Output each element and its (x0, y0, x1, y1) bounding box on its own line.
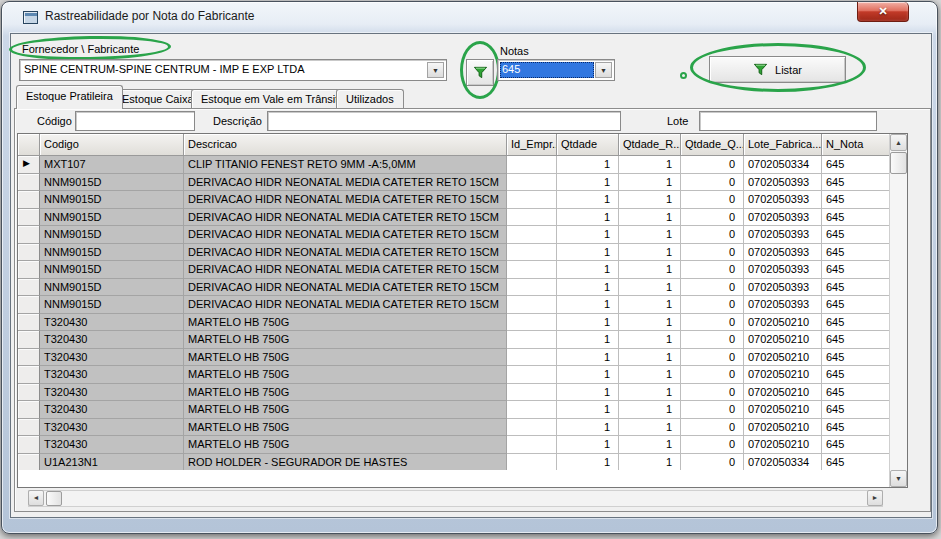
grid-cell[interactable]: T320430 (40, 349, 184, 367)
grid-cell[interactable]: 0702050210 (744, 331, 822, 349)
listar-button[interactable]: Listar (709, 56, 846, 83)
table-row[interactable]: T320430MARTELO HB 750G1100702050210645 (18, 331, 907, 349)
grid-cell[interactable]: 1 (619, 419, 681, 437)
table-row[interactable]: T320430MARTELO HB 750G1100702050210645 (18, 419, 907, 437)
grid-cell[interactable]: 1 (557, 244, 619, 262)
grid-cell[interactable]: 645 (822, 209, 891, 227)
grid-cell[interactable]: 645 (822, 366, 891, 384)
grid-cell[interactable]: DERIVACAO HIDR NEONATAL MEDIA CATETER RE… (184, 279, 507, 297)
grid-cell[interactable]: 0 (681, 401, 744, 419)
grid-header-3[interactable]: Qtdade (557, 134, 619, 156)
grid-cell[interactable] (507, 436, 557, 454)
horizontal-scrollbar-thumb[interactable] (46, 491, 62, 506)
tab-estoque-caixa[interactable]: Estoque Caixa (112, 89, 204, 108)
grid-cell[interactable]: 0702050393 (744, 174, 822, 192)
grid-cell[interactable]: MARTELO HB 750G (184, 401, 507, 419)
grid-cell[interactable]: 1 (557, 454, 619, 472)
grid-cell[interactable]: 0702050210 (744, 314, 822, 332)
grid-cell[interactable]: DERIVACAO HIDR NEONATAL MEDIA CATETER RE… (184, 174, 507, 192)
grid-cell[interactable]: 0 (681, 209, 744, 227)
title-bar[interactable]: Rastreabilidade por Nota do Fabricante ✕ (2, 2, 937, 33)
vertical-scrollbar[interactable]: ▲ ▼ (889, 134, 907, 487)
grid-cell[interactable]: 0 (681, 366, 744, 384)
grid-cell[interactable]: 1 (619, 454, 681, 472)
grid-cell[interactable]: 1 (557, 419, 619, 437)
grid-cell[interactable]: 0 (681, 331, 744, 349)
grid-cell[interactable]: 1 (619, 384, 681, 402)
grid-cell[interactable]: 1 (619, 209, 681, 227)
filter-notas-button[interactable] (466, 59, 494, 86)
horizontal-scrollbar[interactable]: ◄ ► (28, 490, 883, 507)
grid-cell[interactable]: 0 (681, 226, 744, 244)
grid-cell[interactable]: 1 (619, 314, 681, 332)
table-row[interactable]: NNM9015DDERIVACAO HIDR NEONATAL MEDIA CA… (18, 174, 907, 192)
table-row[interactable]: NNM9015DDERIVACAO HIDR NEONATAL MEDIA CA… (18, 209, 907, 227)
grid-cell[interactable] (507, 191, 557, 209)
grid-cell[interactable]: 1 (619, 244, 681, 262)
grid-header-4[interactable]: Qtdade_R... (619, 134, 681, 156)
grid-cell[interactable]: 1 (557, 331, 619, 349)
grid-cell[interactable]: NNM9015D (40, 209, 184, 227)
grid-cell[interactable]: 0702050393 (744, 191, 822, 209)
close-button[interactable]: ✕ (857, 2, 909, 22)
grid-cell[interactable]: NNM9015D (40, 244, 184, 262)
grid-cell[interactable]: MARTELO HB 750G (184, 384, 507, 402)
grid-cell[interactable]: 0702050393 (744, 209, 822, 227)
grid-cell[interactable]: 0702050393 (744, 244, 822, 262)
table-row[interactable]: T320430MARTELO HB 750G1100702050210645 (18, 384, 907, 402)
grid-cell[interactable]: 0 (681, 261, 744, 279)
grid-cell[interactable]: 1 (557, 191, 619, 209)
table-row[interactable]: T320430MARTELO HB 750G1100702050210645 (18, 349, 907, 367)
grid-cell[interactable]: 1 (619, 366, 681, 384)
notas-combobox[interactable]: 645 ▼ (497, 59, 615, 81)
grid-cell[interactable]: 1 (619, 436, 681, 454)
grid-cell[interactable]: 0702050210 (744, 436, 822, 454)
grid-cell[interactable] (507, 156, 557, 174)
grid-header-1[interactable]: Descricao (184, 134, 507, 156)
grid-cell[interactable]: 0 (681, 279, 744, 297)
grid-cell[interactable]: 0 (681, 314, 744, 332)
grid-cell[interactable]: 1 (557, 314, 619, 332)
grid-cell[interactable]: 645 (822, 191, 891, 209)
grid-cell[interactable]: 0702050210 (744, 401, 822, 419)
grid-header-5[interactable]: Qtdade_Q... (681, 134, 744, 156)
grid-cell[interactable]: 0 (681, 454, 744, 472)
grid-cell[interactable] (507, 314, 557, 332)
table-row[interactable]: NNM9015DDERIVACAO HIDR NEONATAL MEDIA CA… (18, 296, 907, 314)
grid-cell[interactable]: 645 (822, 384, 891, 402)
grid-cell[interactable]: 0702050393 (744, 226, 822, 244)
table-row[interactable]: NNM9015DDERIVACAO HIDR NEONATAL MEDIA CA… (18, 226, 907, 244)
grid-cell[interactable]: DERIVACAO HIDR NEONATAL MEDIA CATETER RE… (184, 296, 507, 314)
grid-cell[interactable]: 1 (557, 279, 619, 297)
grid-cell[interactable]: U1A213N1 (40, 454, 184, 472)
tab-estoque-em-vale-em-tr-nsito[interactable]: Estoque em Vale em Trânsito (191, 89, 354, 108)
grid-cell[interactable]: 0702050210 (744, 366, 822, 384)
grid-cell[interactable]: T320430 (40, 384, 184, 402)
vertical-scrollbar-thumb[interactable] (890, 152, 907, 174)
grid-cell[interactable]: T320430 (40, 419, 184, 437)
grid-cell[interactable] (507, 209, 557, 227)
table-row[interactable]: T320430MARTELO HB 750G1100702050210645 (18, 366, 907, 384)
grid-cell[interactable]: 1 (557, 209, 619, 227)
grid-cell[interactable]: MARTELO HB 750G (184, 419, 507, 437)
grid-cell[interactable]: MARTELO HB 750G (184, 436, 507, 454)
grid-cell[interactable]: 0 (681, 191, 744, 209)
grid-cell[interactable]: 1 (619, 174, 681, 192)
notas-combobox-dropdown-icon[interactable]: ▼ (595, 62, 612, 78)
grid-cell[interactable] (507, 296, 557, 314)
grid-cell[interactable]: DERIVACAO HIDR NEONATAL MEDIA CATETER RE… (184, 261, 507, 279)
grid-cell[interactable]: 1 (557, 156, 619, 174)
grid-cell[interactable]: 0702050210 (744, 419, 822, 437)
table-row[interactable]: ▶MXT107CLIP TITANIO FENEST RETO 9MM -A:5… (18, 156, 907, 174)
scroll-left-icon[interactable]: ◄ (28, 490, 44, 506)
grid-cell[interactable]: T320430 (40, 331, 184, 349)
grid-cell[interactable]: 1 (619, 296, 681, 314)
grid-cell[interactable] (507, 261, 557, 279)
grid-cell[interactable]: 1 (619, 279, 681, 297)
scroll-down-icon[interactable]: ▼ (890, 470, 907, 487)
grid-cell[interactable]: 0 (681, 384, 744, 402)
grid-cell[interactable] (507, 331, 557, 349)
grid-cell[interactable]: 0702050334 (744, 156, 822, 174)
grid-cell[interactable]: 0 (681, 436, 744, 454)
table-row[interactable]: T320430MARTELO HB 750G1100702050210645 (18, 401, 907, 419)
